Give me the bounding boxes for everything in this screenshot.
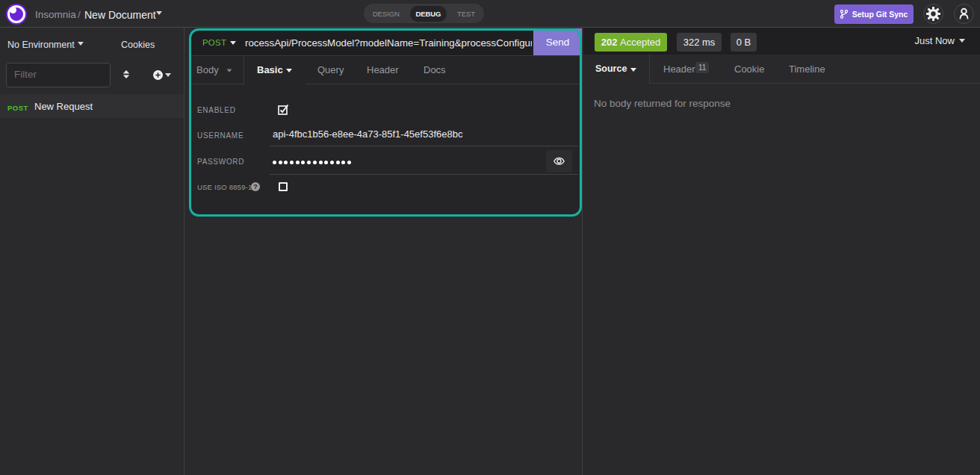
svg-text:?: ? xyxy=(253,183,258,190)
